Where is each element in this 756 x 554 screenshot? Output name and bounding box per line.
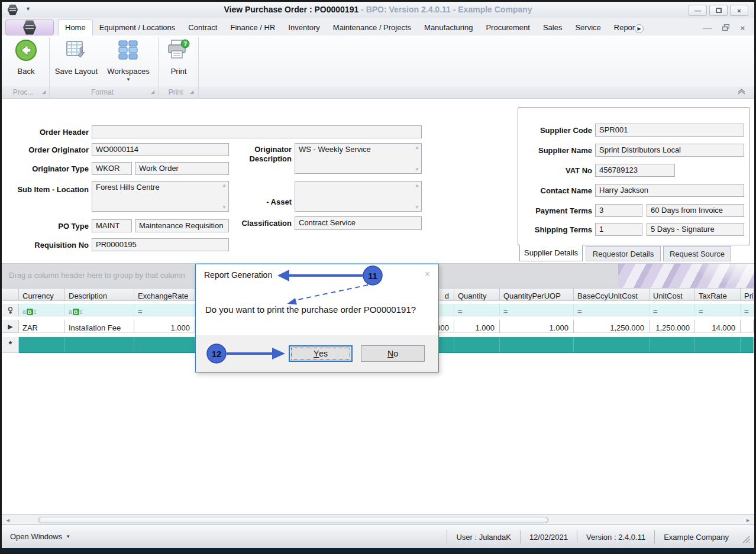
tab-contract[interactable]: Contract xyxy=(182,20,224,35)
tab-scroll-right-icon[interactable]: ▶ xyxy=(635,24,644,33)
tab-reporting[interactable]: Repor xyxy=(608,20,636,35)
cell-taxrate[interactable]: 14.000 xyxy=(695,320,741,333)
tab-equipment-locations[interactable]: Equipment / Locations xyxy=(93,20,182,35)
vat-no-field[interactable]: 456789123 xyxy=(595,164,675,177)
minimize-button[interactable]: — xyxy=(689,5,707,16)
print-icon: ? xyxy=(163,37,195,63)
requisition-no-field[interactable]: PR0000195 xyxy=(92,238,229,251)
filter-cell-taxrate[interactable]: = xyxy=(695,304,741,316)
cell-currency[interactable]: ZAR xyxy=(19,320,65,333)
order-header-field[interactable] xyxy=(92,125,422,138)
group-corner-icon[interactable]: ◢ xyxy=(151,89,154,95)
group-corner-icon[interactable]: ◢ xyxy=(42,89,46,95)
yes-button[interactable]: Yes xyxy=(289,345,353,362)
open-windows-button[interactable]: Open Windows ▼ xyxy=(10,532,70,541)
scroll-up-icon[interactable]: ▲ xyxy=(222,183,227,188)
sub-item-location-label: Sub Item - Location xyxy=(6,185,89,194)
filter-cell-quantity[interactable]: = xyxy=(454,304,500,316)
filter-cell-currency[interactable]: aBc xyxy=(19,304,65,316)
supplier-code-field[interactable]: SPR001 xyxy=(595,124,744,137)
tab-supplier-details[interactable]: Supplier Details xyxy=(519,245,583,261)
filter-cell-quantityperuop[interactable]: = xyxy=(500,304,574,316)
filter-cell-description[interactable]: aBc xyxy=(65,304,134,316)
scroll-down-icon[interactable]: ▼ xyxy=(415,167,419,172)
cell-unitcost[interactable]: 1,250.000 xyxy=(650,320,695,333)
ribbon-collapse-icon[interactable] xyxy=(737,89,746,97)
tab-inventory[interactable]: Inventory xyxy=(282,20,326,35)
contact-name-field[interactable]: Harry Jackson xyxy=(595,184,744,197)
current-row-indicator-icon: ▶ xyxy=(2,320,19,333)
abc-filter-icon: aBc xyxy=(69,309,83,315)
column-header-pri[interactable]: Pri xyxy=(741,288,754,301)
originator-type-code-field[interactable]: WKOR xyxy=(92,162,132,175)
group-corner-icon[interactable]: ◢ xyxy=(190,89,193,95)
originator-description-field[interactable]: WS - Weekly Service▲▼ xyxy=(295,143,422,174)
scroll-up-icon[interactable]: ▲ xyxy=(415,183,419,188)
resize-grip[interactable] xyxy=(742,536,750,543)
column-header-exchangerate[interactable]: ExchangeRate xyxy=(134,288,195,301)
scroll-up-icon[interactable]: ▲ xyxy=(415,145,419,150)
no-button[interactable]: No xyxy=(361,345,425,362)
po-type-code-field[interactable]: MAINT xyxy=(92,219,132,232)
back-button[interactable]: Back xyxy=(8,37,44,76)
filter-cell-exchangerate[interactable]: = xyxy=(134,304,195,316)
tab-finance-hr[interactable]: Finance / HR xyxy=(224,20,282,35)
tab-home[interactable]: Home xyxy=(58,20,93,35)
scrollbar-thumb[interactable] xyxy=(38,517,548,523)
cell-pri[interactable] xyxy=(741,320,754,333)
close-button[interactable]: × xyxy=(730,5,748,16)
scroll-right-icon[interactable]: ► xyxy=(745,517,751,523)
mdi-minimize-button[interactable]: — xyxy=(702,22,712,33)
equals-filter-icon: = xyxy=(577,307,582,316)
asset-field[interactable]: ▲▼ xyxy=(295,181,422,212)
horizontal-scrollbar[interactable]: ◄ ► xyxy=(2,514,754,524)
mdi-close-button[interactable]: × xyxy=(740,24,745,33)
tab-requestor-details[interactable]: Requestor Details xyxy=(586,246,661,261)
cell-baseccyunitcost[interactable]: 1,250.000 xyxy=(574,320,650,333)
cell-quantity[interactable]: 1.000 xyxy=(454,320,500,333)
cell-exchangerate[interactable]: 1.000 xyxy=(134,320,195,333)
tab-request-source[interactable]: Request Source xyxy=(663,246,731,261)
save-layout-icon xyxy=(54,37,99,63)
scroll-down-icon[interactable]: ▼ xyxy=(415,205,419,210)
column-header-quantityperuop[interactable]: QuantityPerUOP xyxy=(500,288,574,301)
filter-cell-baseccyunitcost[interactable]: = xyxy=(574,304,650,316)
tab-manufacturing[interactable]: Manufacturing xyxy=(418,20,479,35)
tab-maintenance-projects[interactable]: Maintenance / Projects xyxy=(327,20,418,35)
column-header-quantity[interactable]: Quantity xyxy=(454,288,500,301)
originator-type-desc-field[interactable]: Work Order xyxy=(135,162,229,175)
workspaces-button[interactable]: Workspaces ▼ xyxy=(104,37,153,82)
column-header-description[interactable]: Description xyxy=(65,288,134,301)
save-layout-button[interactable]: Save Layout xyxy=(54,37,99,76)
order-originator-field[interactable]: WO0000114 xyxy=(92,143,229,156)
tab-procurement[interactable]: Procurement xyxy=(479,20,536,35)
application-button[interactable] xyxy=(5,20,54,35)
dialog-message: Do you want to print the purchase order … xyxy=(205,304,416,315)
print-button[interactable]: ? Print xyxy=(163,37,195,76)
supplier-name-field[interactable]: Sprint Distributors Local xyxy=(595,144,744,157)
classification-field[interactable]: Contract Service xyxy=(295,216,422,230)
scroll-left-icon[interactable]: ◄ xyxy=(5,517,11,523)
column-header-baseccyunitcost[interactable]: BaseCcyUnitCost xyxy=(574,288,650,301)
status-version: Version : 2.4.0.11 xyxy=(577,530,654,543)
mdi-restore-button[interactable] xyxy=(722,22,729,33)
cell-quantityperuop[interactable]: 1.000 xyxy=(500,320,574,333)
workspaces-label: Workspaces xyxy=(104,67,153,76)
column-header-unitcost[interactable]: UnitCost xyxy=(650,288,695,301)
dialog-close-icon[interactable]: × xyxy=(425,269,430,280)
payment-terms-desc-field[interactable]: 60 Days from Invoice xyxy=(647,204,744,217)
sub-item-location-field[interactable]: Forest Hills Centre▲▼ xyxy=(92,181,229,212)
shipping-terms-desc-field[interactable]: 5 Days - Signature xyxy=(647,223,744,236)
maximize-button[interactable] xyxy=(709,5,728,16)
shipping-terms-code-field[interactable]: 1 xyxy=(595,223,642,236)
column-header-currency[interactable]: Currency xyxy=(19,288,65,301)
supplier-details-panel: Supplier Code SPR001 Supplier Name Sprin… xyxy=(518,107,750,245)
filter-cell-pri[interactable]: = xyxy=(741,304,754,316)
filter-cell-unitcost[interactable]: = xyxy=(650,304,695,316)
cell-description[interactable]: Installation Fee xyxy=(65,320,134,333)
tab-service[interactable]: Service xyxy=(568,20,607,35)
tab-sales[interactable]: Sales xyxy=(537,20,569,35)
ribbon-tab-row: Home Equipment / Locations Contract Fina… xyxy=(2,18,754,35)
payment-terms-code-field[interactable]: 3 xyxy=(595,204,642,217)
column-header-taxrate[interactable]: TaxRate xyxy=(695,288,741,301)
